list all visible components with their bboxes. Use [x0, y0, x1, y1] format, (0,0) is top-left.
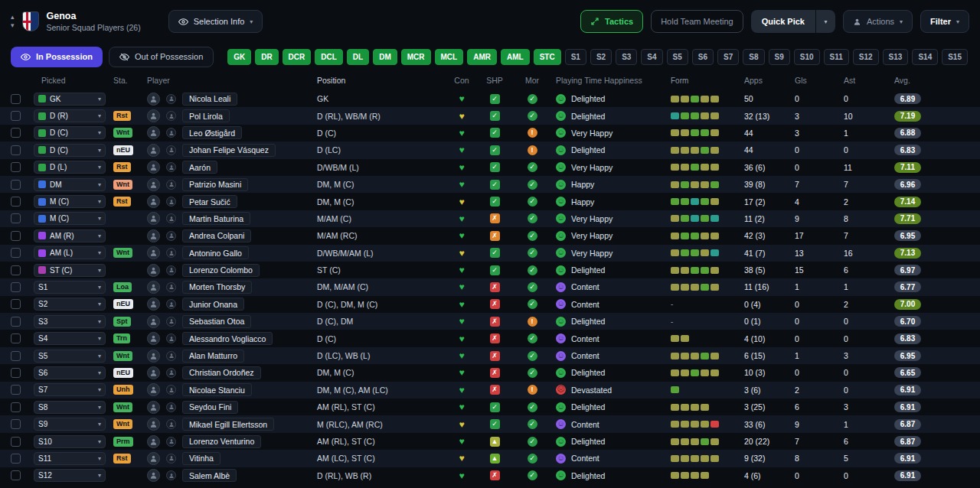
player-avatar[interactable] [147, 366, 160, 379]
row-checkbox[interactable] [11, 145, 21, 155]
player-avatar[interactable] [147, 435, 160, 448]
chevron-up-icon[interactable]: ▴ [11, 14, 15, 21]
player-name[interactable]: Martin Baturina [182, 212, 250, 225]
picked-position-dropdown[interactable]: S1 ▾ [34, 281, 106, 294]
picked-position-dropdown[interactable]: S6 ▾ [34, 366, 106, 379]
picked-position-dropdown[interactable]: ST (C) ▾ [34, 264, 106, 277]
player-avatar[interactable] [147, 315, 160, 328]
actions-dropdown[interactable]: Actions ▾ [843, 10, 913, 33]
player-avatar[interactable] [147, 212, 160, 225]
player-avatar[interactable] [147, 452, 160, 465]
column-header-mor[interactable]: Mor [513, 76, 551, 85]
player-name[interactable]: Mikael Egill Ellertsson [182, 418, 274, 431]
profile-icon[interactable] [166, 333, 176, 343]
picked-position-dropdown[interactable]: S7 ▾ [34, 383, 106, 396]
picked-position-dropdown[interactable]: AM (R) ▾ [34, 229, 106, 242]
picked-position-dropdown[interactable]: AM (L) ▾ [34, 246, 106, 259]
hold-team-meeting-button[interactable]: Hold Team Meeting [651, 10, 743, 33]
position-chip-dl[interactable]: DL [347, 49, 369, 65]
row-checkbox[interactable] [11, 454, 21, 464]
position-chip-s2[interactable]: S2 [590, 49, 612, 65]
profile-icon[interactable] [166, 437, 176, 447]
position-chip-dm[interactable]: DM [373, 49, 397, 65]
player-avatar[interactable] [147, 383, 160, 396]
player-avatar[interactable] [147, 195, 160, 208]
position-chip-s7[interactable]: S7 [717, 49, 739, 65]
picked-position-dropdown[interactable]: D (R) ▾ [34, 109, 106, 122]
tactics-button[interactable]: Tactics [580, 10, 643, 33]
column-header-sta[interactable]: Sta. [113, 76, 147, 85]
column-header-picked[interactable]: Picked [34, 76, 113, 85]
row-checkbox[interactable] [11, 231, 21, 241]
filter-dropdown[interactable]: Filter ▾ [920, 10, 969, 33]
row-checkbox[interactable] [11, 470, 21, 480]
player-name[interactable]: Christian Ordoñez [182, 366, 261, 379]
player-avatar[interactable] [147, 246, 160, 259]
player-name[interactable]: Andrea Colpani [182, 229, 251, 242]
player-name[interactable]: Johan Felipe Vásquez [182, 144, 276, 157]
player-name[interactable]: Lorenzo Venturino [182, 435, 261, 448]
position-chip-s4[interactable]: S4 [641, 49, 662, 65]
profile-icon[interactable] [166, 248, 176, 258]
profile-icon[interactable] [166, 145, 176, 155]
player-avatar[interactable] [147, 418, 160, 431]
profile-icon[interactable] [166, 299, 176, 309]
row-checkbox[interactable] [11, 419, 21, 429]
out-of-possession-toggle[interactable]: Out of Possession [109, 47, 214, 67]
picked-position-dropdown[interactable]: M (C) ▾ [34, 195, 106, 208]
profile-icon[interactable] [166, 162, 176, 172]
profile-icon[interactable] [166, 454, 176, 464]
player-avatar[interactable] [147, 178, 160, 191]
column-header-ast[interactable]: Ast [844, 76, 894, 85]
position-chip-s1[interactable]: S1 [565, 49, 586, 65]
player-avatar[interactable] [147, 469, 160, 482]
profile-icon[interactable] [166, 213, 176, 223]
column-header-con[interactable]: Con [447, 76, 476, 85]
column-header-avg[interactable]: Avg. [894, 76, 974, 85]
row-checkbox[interactable] [11, 180, 21, 190]
player-avatar[interactable] [147, 144, 160, 157]
selection-info-dropdown[interactable]: Selection Info ▾ [168, 10, 263, 33]
picked-position-dropdown[interactable]: S5 ▾ [34, 350, 106, 363]
row-checkbox[interactable] [11, 128, 21, 138]
column-header-shp[interactable]: SHP [476, 76, 513, 85]
player-name[interactable]: Petar Sučić [182, 195, 237, 208]
player-avatar[interactable] [147, 350, 160, 363]
position-chip-s15[interactable]: S15 [942, 49, 968, 65]
picked-position-dropdown[interactable]: D (C) ▾ [34, 126, 106, 139]
row-checkbox[interactable] [11, 282, 21, 292]
profile-icon[interactable] [166, 94, 176, 104]
player-avatar[interactable] [147, 109, 160, 122]
profile-icon[interactable] [166, 402, 176, 412]
player-avatar[interactable] [147, 281, 160, 294]
quick-pick-button[interactable]: Quick Pick [751, 10, 815, 33]
row-checkbox[interactable] [11, 197, 21, 207]
position-chip-s14[interactable]: S14 [912, 49, 938, 65]
column-header-form[interactable]: Form [671, 76, 744, 85]
picked-position-dropdown[interactable]: S2 ▾ [34, 298, 106, 311]
column-header-player[interactable]: Player [147, 76, 317, 85]
player-name[interactable]: Seydou Fini [182, 401, 238, 414]
column-header-apps[interactable]: Apps [744, 76, 795, 85]
player-avatar[interactable] [147, 401, 160, 414]
position-chip-s12[interactable]: S12 [853, 49, 879, 65]
player-name[interactable]: Lorenzo Colombo [182, 264, 260, 277]
player-name[interactable]: Patrizio Masini [182, 178, 248, 191]
row-checkbox[interactable] [11, 437, 21, 447]
row-checkbox[interactable] [11, 213, 21, 223]
profile-icon[interactable] [166, 111, 176, 121]
profile-icon[interactable] [166, 128, 176, 138]
profile-icon[interactable] [166, 231, 176, 241]
player-avatar[interactable] [147, 126, 160, 139]
row-checkbox[interactable] [11, 402, 21, 412]
quick-pick-caret-button[interactable]: ▾ [815, 10, 835, 33]
chevron-down-icon[interactable]: ▾ [11, 22, 15, 29]
profile-icon[interactable] [166, 282, 176, 292]
profile-icon[interactable] [166, 385, 176, 395]
column-header-gls[interactable]: Gls [795, 76, 844, 85]
row-checkbox[interactable] [11, 299, 21, 309]
profile-icon[interactable] [166, 470, 176, 480]
position-chip-s9[interactable]: S9 [769, 49, 790, 65]
position-chip-stc[interactable]: STC [534, 49, 561, 65]
profile-icon[interactable] [166, 265, 176, 275]
